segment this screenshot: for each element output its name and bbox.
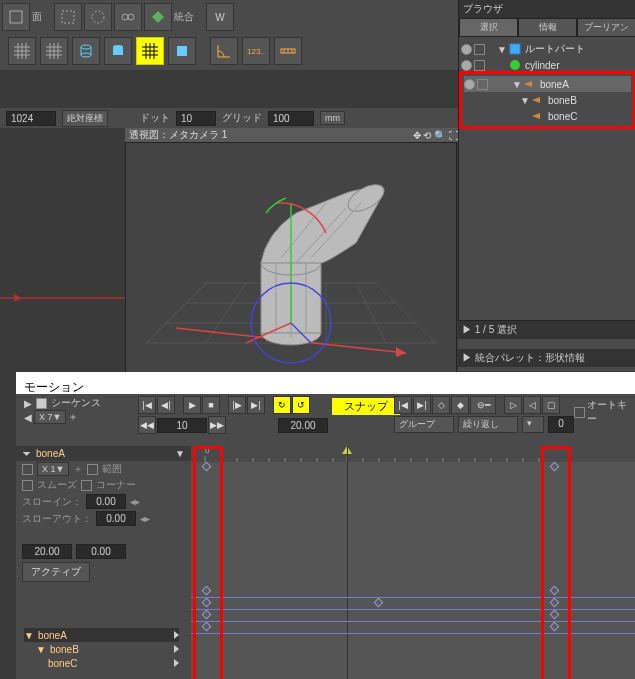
- rew-button[interactable]: ◀◀: [138, 416, 156, 434]
- viewport-3d[interactable]: [125, 142, 457, 374]
- track-bone-a[interactable]: ▼ boneA: [24, 628, 179, 642]
- w-tool-icon[interactable]: W: [206, 3, 234, 31]
- slowout-field[interactable]: 0.00: [96, 511, 136, 526]
- key-next-button[interactable]: ▶|: [413, 396, 431, 414]
- range-check[interactable]: [87, 464, 98, 475]
- tree-bone-b[interactable]: ▼ boneB: [464, 92, 631, 108]
- extra-dropdown[interactable]: ▾: [522, 416, 544, 433]
- corner-label: コーナー: [96, 478, 136, 492]
- ff-button[interactable]: ▶▶: [208, 416, 226, 434]
- time-b-field[interactable]: 0.00: [76, 544, 126, 559]
- snap-button[interactable]: スナップ: [332, 398, 400, 415]
- track-bone-c[interactable]: boneC: [24, 656, 179, 670]
- svg-marker-24: [396, 347, 406, 357]
- stop-button[interactable]: ■: [202, 396, 220, 414]
- key-lock-button[interactable]: ⊖━: [470, 396, 496, 414]
- track-bone-b[interactable]: ▼ boneB: [24, 642, 179, 656]
- count-field[interactable]: 0: [548, 416, 574, 433]
- measure-icon[interactable]: [274, 37, 302, 65]
- grid-snap-icon[interactable]: [136, 37, 164, 65]
- link-icon[interactable]: [114, 3, 142, 31]
- svg-rect-33: [510, 44, 520, 54]
- cylinder-a-icon[interactable]: [72, 37, 100, 65]
- eye-icon[interactable]: [461, 44, 472, 55]
- tree-item-label: boneC: [548, 111, 577, 122]
- play-icon[interactable]: [174, 631, 179, 639]
- slowout-label: スローアウト：: [22, 512, 92, 526]
- key-sel-button[interactable]: ◇: [432, 396, 450, 414]
- timeline-canvas[interactable]: 0: [191, 446, 635, 679]
- play-button[interactable]: ▶: [183, 396, 201, 414]
- angle-icon[interactable]: [210, 37, 238, 65]
- lock-icon[interactable]: [474, 60, 485, 71]
- viewport-controls[interactable]: ✥ ⟲ 🔍 ⛶: [413, 130, 459, 141]
- coord-dropdown[interactable]: 絶対座標: [62, 110, 108, 127]
- grid-field[interactable]: 100: [268, 111, 314, 126]
- autokey-label: オートキー: [587, 398, 635, 426]
- collapse-icon[interactable]: ▼: [175, 448, 185, 459]
- play-icon[interactable]: [174, 645, 179, 653]
- plus-icon[interactable]: ＋: [73, 462, 83, 476]
- key-a-button[interactable]: ▷: [504, 396, 522, 414]
- param-1-check[interactable]: [22, 464, 33, 475]
- dot-field[interactable]: 10: [176, 111, 216, 126]
- side-viewport[interactable]: [0, 128, 125, 372]
- tree-bone-c[interactable]: boneC: [464, 108, 631, 124]
- frame-field[interactable]: 10: [157, 418, 207, 433]
- unit-dropdown[interactable]: mm: [320, 111, 345, 125]
- tab-select[interactable]: 選択: [459, 18, 518, 37]
- x1-dropdown[interactable]: X 1▼: [37, 462, 69, 476]
- goto-end-button[interactable]: ▶|: [247, 396, 265, 414]
- key-all-button[interactable]: ◆: [451, 396, 469, 414]
- integrate-icon[interactable]: [144, 3, 172, 31]
- lock-icon[interactable]: [477, 79, 488, 90]
- plus-icon[interactable]: ＋: [68, 410, 78, 424]
- seq-checkbox[interactable]: ✓: [36, 398, 47, 409]
- svg-rect-9: [177, 46, 187, 56]
- tab-boolean[interactable]: ブーリアン: [577, 18, 635, 37]
- key-b-button[interactable]: ◁: [523, 396, 541, 414]
- active-button[interactable]: アクティブ: [22, 562, 90, 582]
- tree-bone-a[interactable]: ▼ boneA: [464, 76, 631, 92]
- select-rect-icon[interactable]: [54, 3, 82, 31]
- next-key-button[interactable]: |▶: [228, 396, 246, 414]
- corner-check[interactable]: [81, 480, 92, 491]
- goto-start-button[interactable]: |◀: [138, 396, 156, 414]
- cube-b-icon[interactable]: [168, 37, 196, 65]
- loop-a-button[interactable]: ↻: [273, 396, 291, 414]
- tree-root[interactable]: ▼ ルートパート: [461, 41, 634, 57]
- repeat-dropdown[interactable]: 繰り返し: [458, 416, 518, 433]
- smooth-check[interactable]: [22, 480, 33, 491]
- svg-rect-1: [62, 11, 74, 23]
- seq-dropdown[interactable]: X 7▼: [34, 410, 66, 424]
- svg-line-22: [376, 283, 436, 343]
- key-c-button[interactable]: ▢: [542, 396, 560, 414]
- group-dropdown[interactable]: グループ: [394, 416, 454, 433]
- time-a-field[interactable]: 20.00: [22, 544, 72, 559]
- cylinder-b-icon[interactable]: [104, 37, 132, 65]
- lock-icon[interactable]: [474, 44, 485, 55]
- cube-icon[interactable]: [2, 3, 30, 31]
- slowin-field[interactable]: 0.00: [86, 494, 126, 509]
- tree-item-label: boneB: [548, 95, 577, 106]
- loop-b-button[interactable]: ↺: [292, 396, 310, 414]
- time-field[interactable]: 20.00: [278, 418, 328, 433]
- key-prev-button[interactable]: |◀: [394, 396, 412, 414]
- size-field[interactable]: 1024: [6, 111, 56, 126]
- prev-key-button[interactable]: ◀|: [157, 396, 175, 414]
- tab-info[interactable]: 情報: [518, 18, 577, 37]
- motion-panel: ▶ ✓ シーケンス ◀ X 7▼ ＋ |◀ ◀| ▶ ■ |▶ ▶| ↻ ↺ ◀…: [16, 394, 635, 679]
- expand-icon[interactable]: ⏷: [22, 448, 32, 459]
- grid-icon[interactable]: [8, 37, 36, 65]
- eye-icon[interactable]: [461, 60, 472, 71]
- num-123-icon[interactable]: 123..: [242, 37, 270, 65]
- select-circle-icon[interactable]: [84, 3, 112, 31]
- bone-main-label[interactable]: boneA: [36, 448, 171, 459]
- track-label: boneA: [38, 630, 170, 641]
- autokey-checkbox[interactable]: [574, 407, 585, 418]
- mesh-icon[interactable]: [40, 37, 68, 65]
- eye-icon[interactable]: [464, 79, 475, 90]
- highlight-left: [193, 446, 223, 679]
- tree-root-label: ルートパート: [525, 42, 585, 56]
- play-icon[interactable]: [174, 659, 179, 667]
